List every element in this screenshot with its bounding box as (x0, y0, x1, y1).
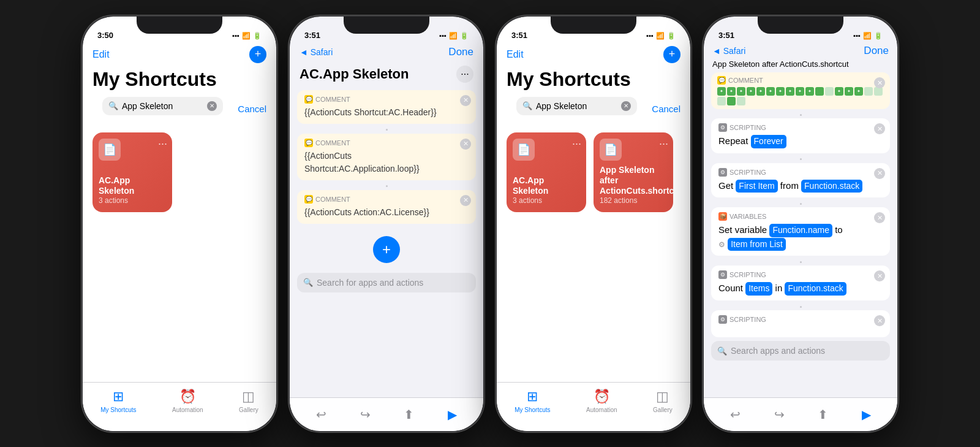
grid-cell (874, 87, 883, 96)
first-item-token[interactable]: First Item (736, 180, 777, 193)
search-clear-3[interactable]: ✕ (621, 101, 631, 111)
remove-repeat[interactable]: ✕ (874, 123, 885, 134)
search-clear-1[interactable]: ✕ (207, 101, 217, 111)
share-button-4[interactable]: ⬆ (818, 407, 828, 422)
back-button-4[interactable]: ◄ Safari (712, 46, 745, 56)
search-actions-bar-4[interactable]: 🔍 Search apps and actions (711, 341, 890, 361)
search-container-1: 🔍 App Skeleton ✕ Cancel (92, 97, 266, 121)
signal-icon-2: ▪▪▪ (439, 32, 447, 39)
remove-count[interactable]: ✕ (874, 270, 885, 281)
add-button-3[interactable]: + (663, 46, 680, 63)
shortcut-card-3b[interactable]: ··· 📄 App Skeleton after ActionCuts.shor… (594, 132, 673, 212)
tab-automation-1[interactable]: ⏰ Automation (172, 389, 203, 413)
function-stack-token-1[interactable]: Function.stack (801, 180, 862, 193)
remove-grid[interactable]: ✕ (874, 77, 885, 88)
comment-block-3: 💬 COMMENT {{ActionCuts Action:AC.License… (297, 190, 476, 224)
scripting-type-1: SCRIPTING (729, 124, 766, 131)
set-variable-block: 📦 VARIABLES Set variable Function.name t… (711, 207, 890, 256)
status-icons-2: ▪▪▪ 📶 🔋 (439, 32, 469, 40)
add-button-1[interactable]: + (249, 46, 266, 63)
tab-automation-icon: ⏰ (179, 389, 196, 405)
remove-1[interactable]: ✕ (460, 95, 471, 106)
variables-dot: 📦 (718, 212, 727, 221)
card-menu-3a[interactable]: ··· (572, 137, 581, 150)
remove-2[interactable]: ✕ (460, 139, 471, 150)
grid-cell (727, 97, 736, 105)
card-menu-1[interactable]: ··· (158, 137, 167, 150)
search-bar-1[interactable]: 🔍 App Skeleton ✕ (102, 97, 223, 115)
get-item-block: ⚙ SCRIPTING Get First Item from Function… (711, 163, 890, 198)
time-1: 3:50 (97, 31, 113, 40)
remove-empty[interactable]: ✕ (874, 315, 885, 326)
edit-button-3[interactable]: Edit (507, 49, 524, 60)
search-bar-3[interactable]: 🔍 App Skeleton ✕ (516, 97, 637, 115)
search-actions-bar-2[interactable]: 🔍 Search for apps and actions (297, 273, 476, 292)
bottom-toolbar-4: ↩ ↪ ⬆ ▶ (704, 397, 897, 431)
scripting-dot-2: ⚙ (718, 168, 727, 177)
tab-gallery-3[interactable]: ◫ Gallery (653, 389, 673, 413)
grid-cell: ✦ (796, 87, 804, 96)
edit-button[interactable]: Edit (92, 49, 110, 60)
sep-4c (704, 200, 897, 207)
tab-gallery-1[interactable]: ◫ Gallery (239, 389, 258, 413)
shortcut-card-3a[interactable]: ··· 📄 AC.App Skeleton 3 actions (507, 132, 586, 212)
tab-gallery-icon-3: ◫ (656, 389, 669, 405)
tab-automation-3[interactable]: ⏰ Automation (586, 389, 617, 413)
card-menu-3b[interactable]: ··· (659, 137, 668, 150)
function-stack-token-2[interactable]: Function.stack (785, 282, 846, 296)
redo-button-4[interactable]: ↪ (774, 407, 785, 422)
comment-dot-1: 💬 (304, 95, 313, 104)
search-cancel-3[interactable]: Cancel (652, 104, 680, 114)
separator-1 (290, 126, 483, 134)
actions-area-2: 💬 COMMENT {{ActionCuts Shortcut:AC.Heade… (290, 88, 483, 397)
cards-grid-1: ··· 📄 AC.App Skeleton 3 actions (92, 132, 266, 212)
forever-token[interactable]: Forever (751, 135, 786, 148)
remove-3[interactable]: ✕ (460, 195, 471, 206)
tab-my-shortcuts-3[interactable]: ⊞ My Shortcuts (514, 389, 550, 413)
done-button-4[interactable]: Done (864, 45, 889, 57)
items-token[interactable]: Items (745, 282, 772, 296)
back-button-2[interactable]: ◄ Safari (300, 47, 333, 57)
nav-bar-1: Edit + (83, 44, 276, 68)
play-button-4[interactable]: ▶ (862, 407, 871, 422)
remove-get[interactable]: ✕ (874, 168, 885, 179)
tab-bar-3: ⊞ My Shortcuts ⏰ Automation ◫ Gallery (497, 382, 690, 431)
scripting-dot-4: ⚙ (718, 315, 727, 324)
tab-automation-label-3: Automation (586, 407, 617, 413)
grid-cell: ✦ (845, 87, 853, 96)
done-button-2[interactable]: Done (448, 46, 473, 58)
play-button-2[interactable]: ▶ (448, 407, 457, 422)
comment-type-2: COMMENT (315, 139, 350, 147)
notch-2 (344, 17, 429, 34)
function-name-token[interactable]: Function.name (769, 224, 832, 237)
grid-cell (825, 87, 834, 96)
grid-cell: ✦ (756, 87, 765, 96)
grid-cell (864, 87, 873, 96)
shortcut-card-1[interactable]: ··· 📄 AC.App Skeleton 3 actions (92, 132, 172, 212)
options-button-2[interactable]: ··· (456, 66, 473, 83)
comment-text-3: {{ActionCuts Action:AC.License}} (304, 206, 469, 219)
undo-button-4[interactable]: ↩ (730, 407, 741, 422)
tab-my-shortcuts-1[interactable]: ⊞ My Shortcuts (100, 389, 136, 413)
count-content: Count Items in Function.stack (718, 281, 883, 296)
redo-button[interactable]: ↪ (360, 407, 371, 422)
comment-dot-2: 💬 (304, 139, 313, 147)
add-action-button[interactable]: + (373, 236, 400, 263)
empty-scripting-block: ⚙ SCRIPTING ✕ (711, 310, 890, 337)
share-button[interactable]: ⬆ (404, 407, 414, 422)
search-input-1[interactable]: App Skeleton (122, 101, 203, 111)
status-icons-4: ▪▪▪ 📶 🔋 (853, 32, 883, 40)
search-cancel-1[interactable]: Cancel (238, 104, 266, 114)
tab-gallery-icon: ◫ (242, 389, 255, 405)
grid-cell: ✦ (766, 87, 775, 96)
editor-title-bar-2: AC.App Skeleton ··· (290, 63, 483, 88)
search-input-3[interactable]: App Skeleton (536, 101, 617, 111)
signal-icon: ▪▪▪ (232, 32, 239, 39)
remove-set[interactable]: ✕ (874, 212, 885, 223)
nav-bar-3: Edit + (497, 44, 690, 68)
actions-area-4: 💬 COMMENT ✦ ✦ ✦ ✦ ✦ ✦ ✦ ✦ ✦ ✦ (704, 72, 897, 397)
undo-button[interactable]: ↩ (316, 407, 326, 422)
scripting-label-4: ⚙ SCRIPTING (718, 315, 883, 324)
time-4: 3:51 (718, 31, 734, 40)
item-from-list-token[interactable]: Item from List (728, 238, 786, 251)
